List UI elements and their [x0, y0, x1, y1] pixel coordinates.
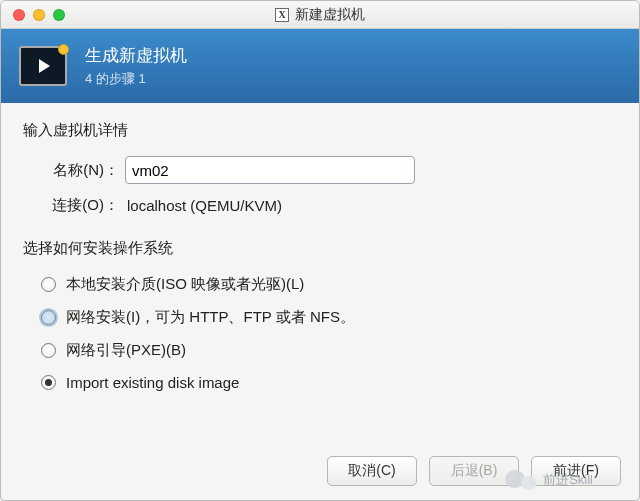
x11-icon: X — [275, 8, 289, 22]
radio-label: 网络安装(I)，可为 HTTP、FTP 或者 NFS。 — [66, 308, 355, 327]
radio-option-pxe[interactable]: 网络引导(PXE)(B) — [41, 334, 617, 367]
wizard-header: 生成新虚拟机 4 的步骤 1 — [1, 29, 639, 103]
wizard-title: 生成新虚拟机 — [85, 44, 187, 67]
radio-label: Import existing disk image — [66, 374, 239, 391]
radio-option-local-iso[interactable]: 本地安装介质(ISO 映像或者光驱)(L) — [41, 268, 617, 301]
section-vm-details-title: 输入虚拟机详情 — [23, 121, 617, 140]
window-title: 新建虚拟机 — [295, 6, 365, 24]
window-title-wrap: X 新建虚拟机 — [1, 6, 639, 24]
label-connection: 连接(O)： — [23, 196, 125, 215]
install-method-group: 本地安装介质(ISO 映像或者光驱)(L) 网络安装(I)，可为 HTTP、FT… — [23, 268, 617, 398]
dialog-new-vm: X 新建虚拟机 生成新虚拟机 4 的步骤 1 输入虚拟机详情 名称(N)： 连接… — [0, 0, 640, 501]
radio-option-import-disk[interactable]: Import existing disk image — [41, 367, 617, 398]
vm-monitor-icon — [19, 46, 67, 86]
window-controls — [1, 9, 65, 21]
back-button: 后退(B) — [429, 456, 519, 486]
titlebar: X 新建虚拟机 — [1, 1, 639, 29]
wizard-header-text: 生成新虚拟机 4 的步骤 1 — [85, 44, 187, 88]
connection-value: localhost (QEMU/KVM) — [125, 197, 282, 214]
vm-name-input[interactable] — [125, 156, 415, 184]
wizard-button-bar: 取消(C) 后退(B) 前进(F) — [327, 456, 621, 486]
radio-option-network-install[interactable]: 网络安装(I)，可为 HTTP、FTP 或者 NFS。 — [41, 301, 617, 334]
row-connection: 连接(O)： localhost (QEMU/KVM) — [23, 196, 617, 215]
radio-label: 本地安装介质(ISO 映像或者光驱)(L) — [66, 275, 304, 294]
label-vm-name: 名称(N)： — [23, 161, 125, 180]
zoom-icon[interactable] — [53, 9, 65, 21]
radio-input[interactable] — [41, 310, 56, 325]
radio-input[interactable] — [41, 375, 56, 390]
radio-input[interactable] — [41, 277, 56, 292]
radio-input[interactable] — [41, 343, 56, 358]
section-install-title: 选择如何安装操作系统 — [23, 239, 617, 258]
forward-button[interactable]: 前进(F) — [531, 456, 621, 486]
close-icon[interactable] — [13, 9, 25, 21]
radio-label: 网络引导(PXE)(B) — [66, 341, 186, 360]
cancel-button[interactable]: 取消(C) — [327, 456, 417, 486]
minimize-icon[interactable] — [33, 9, 45, 21]
play-icon — [39, 59, 50, 73]
wizard-body: 输入虚拟机详情 名称(N)： 连接(O)： localhost (QEMU/KV… — [1, 103, 639, 398]
wizard-step-label: 4 的步骤 1 — [85, 70, 187, 88]
row-vm-name: 名称(N)： — [23, 156, 617, 184]
